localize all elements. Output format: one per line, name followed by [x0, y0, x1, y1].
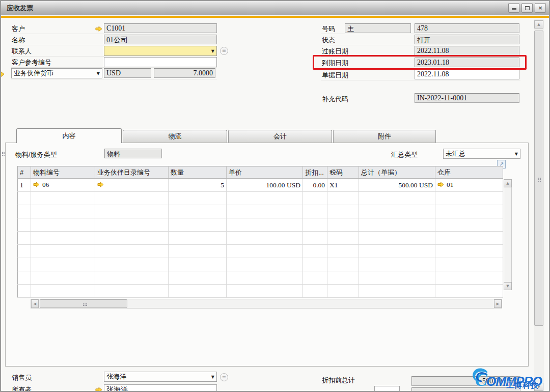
table-cell[interactable] — [435, 232, 503, 245]
link-arrow-icon[interactable] — [437, 181, 444, 189]
table-cell[interactable] — [359, 218, 435, 232]
link-arrow-icon[interactable] — [33, 181, 40, 189]
table-cell[interactable] — [95, 179, 169, 192]
column-header[interactable]: 折扣... — [303, 166, 327, 179]
table-cell[interactable] — [95, 271, 169, 285]
table-cell[interactable] — [95, 245, 169, 258]
posting-date-field[interactable]: 2022.11.08 — [415, 46, 519, 55]
table-cell[interactable] — [359, 285, 435, 298]
table-cell[interactable] — [303, 245, 327, 258]
column-header[interactable]: 单价 — [227, 166, 303, 179]
table-cell[interactable] — [435, 258, 503, 271]
summary-type-combo[interactable]: 未汇总 ▼ — [443, 149, 520, 159]
scrollbar-track[interactable] — [504, 179, 512, 290]
item-service-type-field[interactable]: 物料 — [104, 149, 162, 158]
column-header[interactable]: 业务伙伴目录编号 — [95, 166, 169, 179]
window-vertical-scrollbar[interactable]: ▲ ▼ — [534, 19, 544, 392]
scroll-left-button[interactable]: ◀ — [31, 299, 39, 308]
table-cell[interactable] — [327, 218, 359, 232]
table-cell[interactable] — [169, 232, 227, 245]
tab-accounting[interactable]: 会计 — [228, 130, 332, 143]
scroll-up-button[interactable]: ▲ — [504, 179, 512, 187]
table-cell[interactable] — [169, 205, 227, 218]
column-header[interactable]: 仓库 — [435, 166, 503, 179]
customer-field[interactable]: C1001 — [104, 23, 217, 33]
table-cell[interactable] — [18, 192, 31, 205]
table-cell[interactable]: 5 — [169, 179, 227, 192]
table-cell[interactable] — [227, 232, 303, 245]
bp-currency-combo[interactable]: 业务伙伴货币 ▼ — [11, 68, 102, 78]
table-cell[interactable] — [435, 245, 503, 258]
link-arrow-icon[interactable] — [95, 386, 102, 392]
table-vertical-scrollbar[interactable]: ▲ ▼ — [504, 179, 512, 290]
table-cell[interactable] — [303, 258, 327, 271]
table-cell[interactable]: 06 — [31, 179, 95, 192]
table-cell[interactable] — [359, 271, 435, 285]
sales-employee-combo[interactable]: 张海洋 ▼ — [104, 372, 217, 382]
close-button[interactable]: × — [535, 3, 546, 13]
table-cell[interactable]: 0.00 — [303, 179, 327, 192]
sales-employee-menu-icon[interactable]: ≡ — [220, 373, 228, 381]
tab-contents[interactable]: 内容 — [16, 128, 122, 143]
table-cell[interactable] — [31, 285, 95, 298]
table-cell[interactable] — [227, 258, 303, 271]
column-header[interactable]: 税码 — [327, 166, 359, 179]
currency-field[interactable]: USD — [104, 68, 151, 78]
table-cell[interactable] — [327, 205, 359, 218]
number-series-field[interactable]: 主 — [345, 23, 411, 33]
table-cell[interactable] — [435, 285, 503, 298]
table-cell[interactable] — [227, 192, 303, 205]
scroll-right-button[interactable]: ▶ — [494, 299, 502, 308]
contact-combo[interactable]: ▼ — [104, 46, 217, 56]
scrollbar-thumb[interactable] — [534, 31, 543, 326]
table-cell[interactable] — [18, 258, 31, 271]
table-cell[interactable] — [227, 285, 303, 298]
title-bar[interactable]: 应收发票 × — [1, 1, 549, 15]
table-cell[interactable] — [31, 192, 95, 205]
scroll-down-button[interactable]: ▼ — [504, 282, 512, 290]
table-cell[interactable] — [327, 285, 359, 298]
table-cell[interactable] — [31, 218, 95, 232]
table-cell[interactable] — [95, 258, 169, 271]
table-cell[interactable] — [18, 271, 31, 285]
table-cell[interactable] — [327, 258, 359, 271]
table-cell[interactable] — [327, 271, 359, 285]
table-cell[interactable] — [31, 271, 95, 285]
table-cell[interactable] — [435, 205, 503, 218]
discount-percent-field[interactable] — [374, 386, 400, 392]
table-cell[interactable] — [359, 232, 435, 245]
table-cell[interactable] — [31, 232, 95, 245]
table-cell[interactable] — [95, 285, 169, 298]
table-horizontal-scrollbar[interactable]: ◀ ▶ — [31, 299, 502, 309]
table-cell[interactable] — [359, 205, 435, 218]
link-arrow-icon[interactable] — [95, 25, 102, 31]
scroll-down-button[interactable]: ▼ — [534, 383, 543, 391]
table-cell[interactable] — [95, 192, 169, 205]
table-cell[interactable] — [303, 271, 327, 285]
table-cell[interactable] — [169, 245, 227, 258]
maximize-button[interactable] — [521, 3, 533, 13]
customer-ref-field[interactable] — [104, 57, 217, 67]
table-cell[interactable] — [359, 192, 435, 205]
scrollbar-thumb[interactable] — [40, 299, 127, 308]
owner-field[interactable]: 张海洋 — [104, 384, 217, 392]
table-cell[interactable] — [95, 218, 169, 232]
contact-menu-icon[interactable]: ≡ — [220, 47, 228, 55]
table-cell[interactable] — [18, 245, 31, 258]
table-cell[interactable] — [303, 192, 327, 205]
table-cell[interactable] — [31, 258, 95, 271]
table-cell[interactable] — [169, 192, 227, 205]
due-date-field[interactable]: 2023.01.18 — [415, 58, 519, 67]
table-cell[interactable] — [303, 232, 327, 245]
table-cell[interactable] — [327, 232, 359, 245]
supplementary-code-field[interactable]: IN-2022-11-0001 — [415, 93, 519, 103]
column-header[interactable]: 物料编号 — [31, 166, 95, 179]
tab-attachments[interactable]: 附件 — [333, 130, 436, 143]
table-cell[interactable]: 500.00 USD — [359, 179, 435, 192]
table-cell[interactable] — [18, 218, 31, 232]
table-cell[interactable] — [95, 205, 169, 218]
table-cell[interactable] — [169, 285, 227, 298]
table-cell[interactable] — [18, 232, 31, 245]
column-header[interactable]: 数量 — [169, 166, 227, 179]
column-header[interactable]: # — [18, 166, 31, 179]
